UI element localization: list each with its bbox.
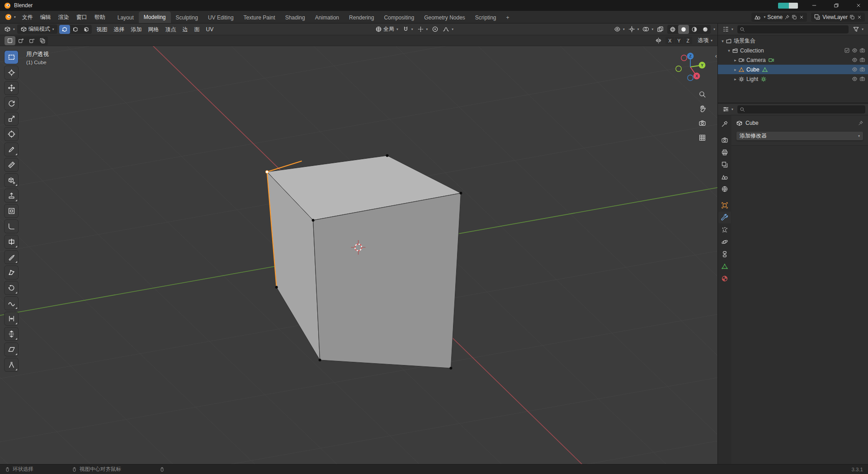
- hide-in-viewport-toggle[interactable]: [852, 47, 858, 53]
- navigation-gizmo[interactable]: XYZ: [671, 48, 709, 87]
- close-button[interactable]: [849, 0, 868, 11]
- tool-shear-button[interactable]: [5, 343, 18, 356]
- disclosure-down-icon[interactable]: ▾: [720, 39, 726, 43]
- outliner-row-场景集合[interactable]: ▾场景集合: [718, 36, 868, 46]
- hide-in-viewport-toggle[interactable]: [852, 66, 858, 72]
- zoom-button[interactable]: [698, 90, 706, 100]
- hide-in-viewport-toggle[interactable]: [852, 76, 858, 82]
- viewport-menu-item[interactable]: 顶点: [162, 24, 179, 35]
- menubar-item[interactable]: 窗口: [73, 11, 91, 24]
- workspace-tab-scripting[interactable]: Scripting: [470, 12, 501, 23]
- mirror-z-toggle[interactable]: Z: [684, 37, 692, 44]
- workspace-tab-animation[interactable]: Animation: [310, 12, 344, 23]
- visibility-eye-toggle[interactable]: ▾: [612, 25, 627, 33]
- app-menu-button[interactable]: ▾: [3, 13, 18, 21]
- tool-smooth-button[interactable]: [5, 297, 18, 310]
- workspace-tab-sculpting[interactable]: Sculpting: [171, 12, 203, 23]
- selectmode-new-button[interactable]: [5, 36, 15, 45]
- vertex-select-button[interactable]: [59, 25, 70, 34]
- scene-tab[interactable]: [718, 171, 731, 183]
- hide-in-viewport-toggle[interactable]: [852, 57, 858, 63]
- tool-extrude-region-button[interactable]: [5, 189, 18, 202]
- overlays-toggle[interactable]: ▾: [641, 25, 655, 33]
- exclude-checkbox[interactable]: [844, 47, 850, 53]
- selectmode-subtract-button[interactable]: [26, 36, 37, 45]
- tool-scale-button[interactable]: [5, 112, 18, 125]
- tool-transform-button[interactable]: [5, 128, 18, 141]
- tool-tab[interactable]: [718, 118, 731, 130]
- tool-shrink-fatten-button[interactable]: [5, 327, 18, 341]
- viewport-menu-item[interactable]: 选择: [111, 24, 128, 35]
- viewport-menu-item[interactable]: 添加: [128, 24, 145, 35]
- constraints-tab[interactable]: [718, 248, 731, 260]
- tool-edge-slide-button[interactable]: [5, 312, 18, 325]
- material-tab[interactable]: [718, 273, 731, 284]
- world-tab[interactable]: [718, 183, 731, 195]
- mirror-x-toggle[interactable]: X: [665, 37, 674, 44]
- particles-tab[interactable]: [718, 224, 731, 236]
- duplicate-icon[interactable]: [792, 14, 797, 20]
- viewlayer-selector[interactable]: ViewLayer: [811, 13, 865, 22]
- menubar-item[interactable]: 文件: [19, 11, 37, 24]
- tool-poly-build-button[interactable]: [5, 266, 18, 279]
- properties-search[interactable]: [737, 105, 865, 114]
- physics-tab[interactable]: [718, 236, 731, 248]
- disclosure-right-icon[interactable]: ▸: [732, 77, 738, 81]
- minimize-button[interactable]: [805, 0, 824, 11]
- properties-search-input[interactable]: [747, 106, 863, 113]
- object-tab[interactable]: [718, 199, 731, 211]
- falloff-dropdown[interactable]: ▾: [441, 25, 455, 33]
- workspace-tab-rendering[interactable]: Rendering: [344, 12, 379, 23]
- grid-ortho-button[interactable]: [698, 134, 706, 143]
- viewlayer-tab[interactable]: [718, 159, 731, 171]
- output-tab[interactable]: [718, 147, 731, 158]
- properties-editor-type-button[interactable]: ▾: [721, 105, 735, 114]
- xray-toggle[interactable]: [655, 25, 665, 33]
- add-workspace-button[interactable]: +: [501, 12, 514, 23]
- sidebar-collapse-chevron-icon[interactable]: ‹: [715, 52, 717, 59]
- tool-select-box-button[interactable]: [5, 51, 18, 64]
- workspace-tab-texture-paint[interactable]: Texture Paint: [239, 12, 280, 23]
- tool-bevel-button[interactable]: [5, 220, 18, 233]
- disable-in-renders-toggle[interactable]: [859, 57, 865, 63]
- workspace-tab-geometry-nodes[interactable]: Geometry Nodes: [419, 12, 470, 23]
- options-dropdown[interactable]: 选项▾: [696, 36, 714, 45]
- editor-type-button[interactable]: ▾: [2, 25, 17, 33]
- shading-dropdown[interactable]: ▾: [713, 27, 715, 31]
- snap-toggle[interactable]: ▾: [401, 25, 415, 33]
- menubar-item[interactable]: 帮助: [91, 11, 109, 24]
- outliner-row-collection[interactable]: ▾Collection: [718, 46, 868, 55]
- active-vertex[interactable]: [265, 171, 268, 173]
- mode-selector[interactable]: 编辑模式▾: [17, 24, 57, 34]
- transform-orientation-dropdown[interactable]: 全局▾: [373, 24, 400, 34]
- viewport-menu-item[interactable]: 边: [179, 24, 191, 35]
- edge-select-button[interactable]: [70, 25, 81, 34]
- selectmode-intersect-button[interactable]: [37, 36, 48, 45]
- outliner-editor-type-button[interactable]: ▾: [721, 25, 735, 33]
- tool-loop-cut-button[interactable]: [5, 235, 18, 248]
- proportional-edit-toggle[interactable]: [430, 25, 440, 33]
- shading-wireframe-button[interactable]: [667, 25, 678, 34]
- viewport-canvas-area[interactable]: 用户透视 (1) Cube XYZ ‹: [0, 46, 717, 464]
- workspace-tab-layout[interactable]: Layout: [113, 12, 139, 23]
- unlink-icon[interactable]: [857, 14, 862, 20]
- menubar-item[interactable]: 编辑: [37, 11, 55, 24]
- tool-rotate-button[interactable]: [5, 97, 18, 110]
- selectmode-extend-button[interactable]: [15, 36, 26, 45]
- shading-rendered-button[interactable]: [700, 25, 711, 34]
- shading-solid-button[interactable]: [678, 25, 689, 34]
- disable-in-renders-toggle[interactable]: [859, 66, 865, 72]
- unlink-icon[interactable]: [799, 14, 804, 20]
- face-select-button[interactable]: [81, 25, 92, 34]
- viewport-menu-item[interactable]: 视图: [94, 24, 111, 35]
- disable-in-renders-toggle[interactable]: [859, 47, 865, 53]
- tool-measure-button[interactable]: [5, 158, 18, 171]
- workspace-tab-shading[interactable]: Shading: [280, 12, 310, 23]
- tool-inset-faces-button[interactable]: [5, 204, 18, 218]
- workspace-tab-compositing[interactable]: Compositing: [379, 12, 419, 23]
- outliner-row-camera[interactable]: ▸Camera: [718, 55, 868, 65]
- tool-move-button[interactable]: [5, 81, 18, 95]
- viewport-menu-item[interactable]: 网格: [145, 24, 162, 35]
- tool-knife-button[interactable]: [5, 251, 18, 264]
- data-tab[interactable]: [718, 261, 731, 272]
